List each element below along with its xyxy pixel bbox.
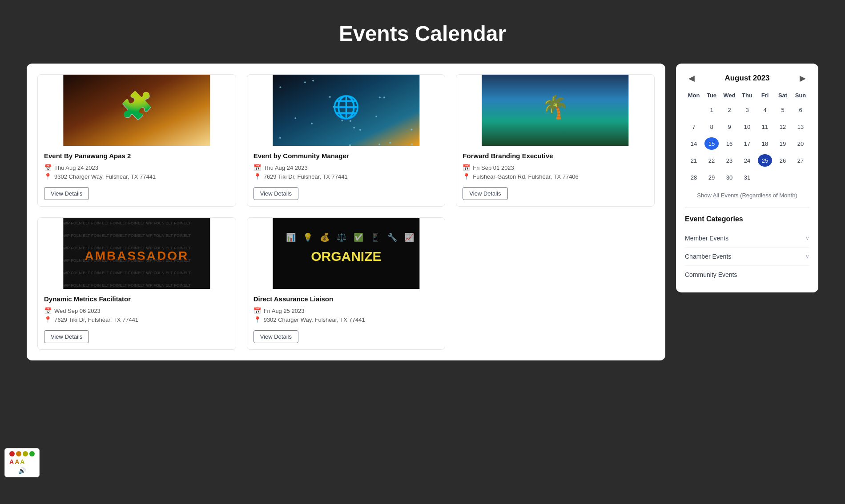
view-details-button-1[interactable]: View Details — [44, 187, 89, 200]
category-label-2: Community Events — [685, 271, 737, 278]
cal-day-5[interactable]: 5 — [774, 101, 792, 118]
cal-day-28[interactable]: 28 — [685, 169, 703, 186]
event-title-2: Event by Community Manager — [254, 152, 439, 160]
cal-day-20[interactable]: 20 — [792, 135, 809, 152]
svg-point-12 — [378, 144, 380, 145]
view-details-button-4[interactable]: View Details — [44, 330, 89, 343]
calendar-icon: 📅 — [44, 307, 52, 314]
svg-point-17 — [341, 120, 343, 121]
cal-day-22[interactable]: 22 — [703, 152, 720, 169]
cal-day-4[interactable]: 4 — [756, 101, 774, 118]
svg-text:💰: 💰 — [320, 232, 330, 242]
cal-day-9[interactable]: 9 — [720, 118, 738, 135]
cal-day-15[interactable]: 15 — [703, 135, 720, 152]
cal-day-19[interactable]: 19 — [774, 135, 792, 152]
cal-day-6[interactable]: 6 — [792, 101, 809, 118]
acc-aaa-label: AAA — [9, 458, 35, 465]
svg-text:📈: 📈 — [404, 232, 414, 242]
cal-day-27[interactable]: 27 — [792, 152, 809, 169]
svg-point-5 — [311, 123, 313, 124]
svg-point-10 — [410, 129, 412, 131]
event-date-5: 📅 Fri Aug 25 2023 — [254, 307, 439, 314]
calendar-next-button[interactable]: ▶ — [796, 72, 809, 84]
view-details-button-5[interactable]: View Details — [254, 330, 298, 343]
cal-day-25[interactable]: 25 — [756, 152, 774, 169]
calendar-icon: 📅 — [254, 164, 261, 171]
svg-point-18 — [389, 142, 391, 144]
cal-day-1[interactable]: 1 — [703, 101, 720, 118]
cal-day-header-fri: Fri — [756, 89, 774, 101]
cal-day-26[interactable]: 26 — [774, 152, 792, 169]
svg-text:⚖️: ⚖️ — [337, 232, 347, 242]
cal-day-header-thu: Thu — [738, 89, 756, 101]
event-image-1: 🧩 — [38, 75, 236, 146]
event-date-4: 📅 Wed Sep 06 2023 — [44, 307, 229, 314]
category-item-1[interactable]: Chamber Events∨ — [685, 248, 809, 266]
cal-day-24[interactable]: 24 — [738, 152, 756, 169]
cal-day-7[interactable]: 7 — [685, 118, 703, 135]
svg-point-13 — [279, 137, 281, 139]
show-all-events-link[interactable]: Show All Events (Regardless of Month) — [685, 192, 809, 199]
svg-point-4 — [312, 80, 314, 82]
categories-title: Event Categories — [685, 215, 809, 223]
svg-text:💡: 💡 — [303, 232, 313, 242]
acc-sound-icon[interactable]: 🔊 — [9, 467, 35, 474]
event-address-5: 📍 9302 Charger Way, Fulshear, TX 77441 — [254, 316, 439, 323]
location-icon: 📍 — [44, 316, 52, 323]
chevron-down-icon-0: ∨ — [805, 235, 809, 241]
category-item-0[interactable]: Member Events∨ — [685, 229, 809, 248]
calendar-prev-button[interactable]: ◀ — [685, 72, 698, 84]
cal-day-8[interactable]: 8 — [703, 118, 720, 135]
acc-circle-green — [29, 451, 35, 456]
acc-circle-orange — [16, 451, 21, 456]
calendar-header: ◀ August 2023 ▶ — [685, 72, 809, 84]
svg-point-22 — [329, 96, 330, 98]
acc-circles — [9, 451, 35, 456]
cal-day-18[interactable]: 18 — [756, 135, 774, 152]
svg-text:🔧: 🔧 — [387, 232, 398, 242]
svg-text:✅: ✅ — [354, 232, 364, 242]
svg-text:🌴: 🌴 — [542, 94, 570, 120]
event-image-5: ORGANIZE📊💡💰⚖️✅📱🔧📈 — [247, 218, 445, 289]
cal-day-11[interactable]: 11 — [756, 118, 774, 135]
view-details-button-3[interactable]: View Details — [463, 187, 507, 200]
event-address-2: 📍 7629 Tiki Dr, Fulshear, TX 77441 — [254, 173, 439, 180]
svg-text:WP FOLN ELT FOIN ELT FOINELT F: WP FOLN ELT FOIN ELT FOINELT FOINELT WP … — [63, 246, 191, 250]
cal-day-14[interactable]: 14 — [685, 135, 703, 152]
cal-day-3[interactable]: 3 — [738, 101, 756, 118]
category-item-2[interactable]: Community Events — [685, 266, 809, 284]
cal-day-12[interactable]: 12 — [774, 118, 792, 135]
event-title-3: Forward Branding Executive — [463, 152, 648, 160]
cal-day-16[interactable]: 16 — [720, 135, 738, 152]
divider — [685, 208, 809, 208]
svg-point-11 — [383, 96, 385, 98]
event-date-1: 📅 Thu Aug 24 2023 — [44, 164, 229, 171]
cal-day-header-mon: Mon — [685, 89, 703, 101]
svg-point-7 — [279, 86, 281, 88]
cal-empty-0-0 — [685, 101, 703, 118]
view-details-button-2[interactable]: View Details — [254, 187, 298, 200]
cal-empty-4-5 — [774, 169, 792, 186]
event-image-4: AMBASSADORWP FOLN ELT FOIN ELT FOINELT F… — [38, 218, 236, 289]
svg-text:WP FOLN ELT FOIN ELT FOINELT F: WP FOLN ELT FOIN ELT FOINELT FOINELT WP … — [63, 221, 191, 225]
event-title-4: Dynamic Metrics Facilitator — [44, 295, 229, 303]
accessibility-widget: AAA 🔊 — [4, 448, 40, 477]
cal-day-31[interactable]: 31 — [738, 169, 756, 186]
event-address-3: 📍 Fulshear-Gaston Rd, Fulshear, TX 77406 — [463, 173, 648, 180]
location-icon: 📍 — [44, 173, 52, 180]
acc-circle-yellow — [23, 451, 28, 456]
svg-text:ORGANIZE: ORGANIZE — [311, 249, 381, 264]
event-categories: Event Categories Member Events∨Chamber E… — [685, 215, 809, 284]
cal-day-30[interactable]: 30 — [720, 169, 738, 186]
cal-day-21[interactable]: 21 — [685, 152, 703, 169]
event-date-2: 📅 Thu Aug 24 2023 — [254, 164, 439, 171]
svg-point-9 — [304, 81, 306, 83]
cal-day-23[interactable]: 23 — [720, 152, 738, 169]
cal-day-10[interactable]: 10 — [738, 118, 756, 135]
cal-day-29[interactable]: 29 — [703, 169, 720, 186]
cal-day-17[interactable]: 17 — [738, 135, 756, 152]
location-icon: 📍 — [254, 173, 261, 180]
cal-day-2[interactable]: 2 — [720, 101, 738, 118]
calendar-icon: 📅 — [463, 164, 470, 171]
cal-day-13[interactable]: 13 — [792, 118, 809, 135]
